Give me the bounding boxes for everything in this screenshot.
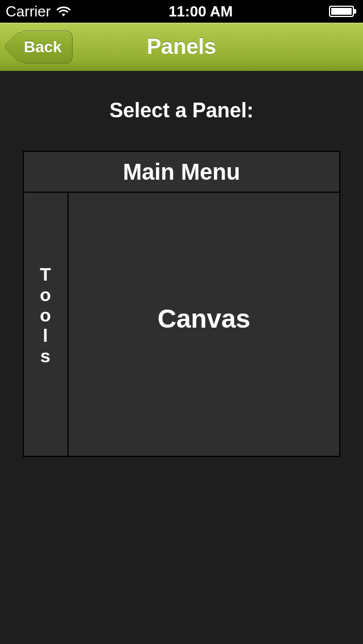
svg-rect-2 [354, 9, 356, 14]
back-button-label: Back [24, 38, 62, 56]
battery-icon [329, 5, 357, 18]
tools-letter: s [40, 346, 51, 366]
page-title: Panels [147, 35, 217, 59]
carrier-label: Carrier [6, 3, 50, 20]
status-right [329, 5, 357, 18]
section-heading: Select a Panel: [23, 99, 340, 122]
status-left: Carrier [6, 3, 72, 20]
content-area: Select a Panel: Main Menu T o o l s Canv… [0, 71, 363, 474]
nav-bar: Back Panels [0, 23, 363, 71]
panel-tools[interactable]: T o o l s [23, 193, 69, 457]
svg-rect-1 [331, 8, 352, 15]
panel-grid: Main Menu T o o l s Canvas [23, 151, 340, 457]
status-bar: Carrier 11:00 AM [0, 0, 363, 23]
back-button[interactable]: Back [7, 31, 73, 63]
tools-letter: o [40, 305, 52, 325]
tools-letter: T [40, 264, 52, 285]
panel-canvas[interactable]: Canvas [69, 193, 340, 457]
status-time: 11:00 AM [168, 3, 233, 20]
wifi-icon [55, 5, 72, 18]
panel-main-menu[interactable]: Main Menu [23, 151, 340, 193]
tools-letter: l [43, 325, 49, 346]
panel-main-menu-label: Main Menu [123, 159, 240, 185]
tools-letter: o [40, 285, 52, 305]
panel-canvas-label: Canvas [158, 303, 251, 334]
